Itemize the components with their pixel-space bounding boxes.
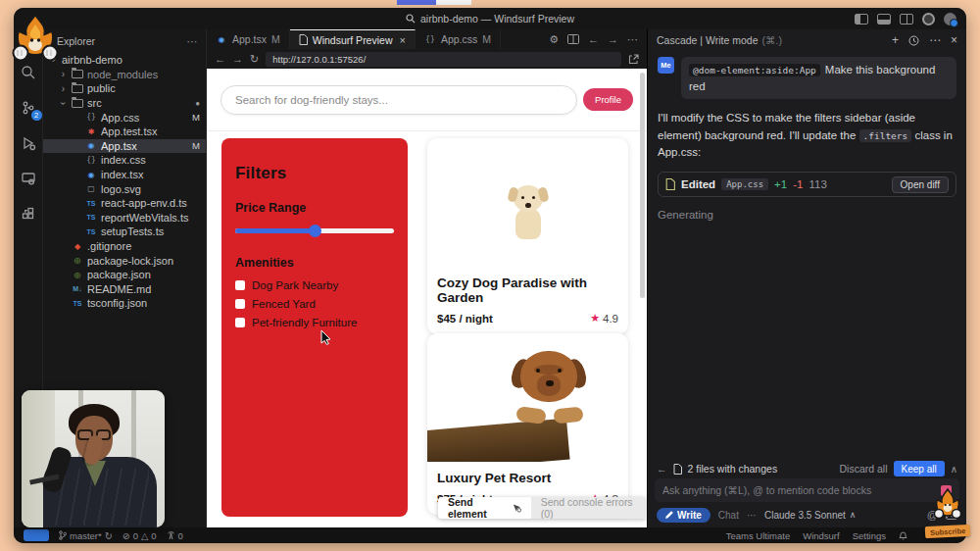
open-external-icon[interactable] xyxy=(628,54,639,65)
back-icon[interactable]: ← xyxy=(657,463,667,475)
tab-app-css[interactable]: {} App.css M xyxy=(416,29,501,49)
listing-photo-mastiff-puppy xyxy=(427,333,628,462)
windsurf-item[interactable]: Windsurf xyxy=(803,530,839,541)
amenity-option[interactable]: Dog Park Nearby xyxy=(235,279,394,291)
lines-removed: -1 xyxy=(793,178,803,190)
mode-more-icon[interactable]: ⋯ xyxy=(747,510,757,521)
tree-file-app-css[interactable]: {} App.css M xyxy=(43,110,206,125)
tree-file-react-app-env[interactable]: TS react-app-env.d.ts xyxy=(43,196,206,211)
clipped-top-overlay xyxy=(397,0,471,5)
preview-header: Profile xyxy=(207,69,647,131)
browser-forward-icon[interactable]: → xyxy=(232,53,243,65)
cascade-input[interactable] xyxy=(662,484,941,496)
listing-card[interactable]: Luxury Pet Resort $75 / night ★4.8 xyxy=(427,333,628,515)
search-pill[interactable] xyxy=(220,85,577,115)
tree-file-report-web-vitals[interactable]: TS reportWebVitals.ts xyxy=(43,211,206,225)
customize-layout-icon[interactable] xyxy=(922,13,935,25)
preview-send-toolbar: Send element Send console errors (0) xyxy=(438,497,647,519)
send-element-button[interactable]: Send element xyxy=(438,497,531,519)
listing-title: Cozy Dog Paradise with Garden xyxy=(437,276,618,305)
tree-file-gitignore[interactable]: ◆ .gitignore xyxy=(43,239,206,254)
tree-file-logo-svg[interactable]: ▢ logo.svg xyxy=(43,181,206,196)
bell-icon[interactable] xyxy=(899,530,907,540)
tree-file-index-css[interactable]: {} index.css xyxy=(43,153,206,168)
cascade-more-icon[interactable]: ⋯ xyxy=(929,33,941,47)
settings-item[interactable]: Settings xyxy=(853,530,886,541)
tree-file-package-json[interactable]: ◎ package.json xyxy=(43,268,206,282)
tab-app-tsx[interactable]: ◉ App.tsx M xyxy=(207,29,290,49)
cascade-shortcut-hint: (⌘.) xyxy=(762,34,782,46)
tree-file-app-test-tsx[interactable]: ✱ App.test.tsx xyxy=(43,125,206,139)
browser-toolbar: ← → ↻ http://127.0.0.1:57526/ xyxy=(207,49,647,69)
branch-icon xyxy=(59,530,67,540)
checkbox-icon[interactable] xyxy=(235,280,245,290)
checkbox-icon[interactable] xyxy=(235,318,245,327)
listing-card[interactable]: Cozy Dog Paradise with Garden $45 / nigh… xyxy=(427,138,628,334)
dom-element-mention[interactable]: @dom-element:aside:App xyxy=(689,64,820,76)
editor-group: ◉ App.tsx M Windsurf Preview × {} App.cs… xyxy=(207,29,648,527)
remote-indicator[interactable] xyxy=(24,529,49,541)
changes-bar: ← 2 files with changes Discard all Keep … xyxy=(648,459,966,478)
extensions-icon[interactable] xyxy=(19,204,38,224)
url-field[interactable]: http://127.0.0.1:57526/ xyxy=(266,52,621,67)
browser-back-icon[interactable]: ← xyxy=(215,53,225,65)
discard-all-button[interactable]: Discard all xyxy=(840,463,888,475)
close-panel-icon[interactable]: × xyxy=(951,33,957,47)
chevron-right-icon: › xyxy=(59,69,68,79)
git-branch-item[interactable]: master* ↻ xyxy=(59,530,113,541)
checkbox-icon[interactable] xyxy=(235,299,245,309)
css-file-icon: {} xyxy=(85,113,97,122)
teams-ultimate-item[interactable]: Teams Ultimate xyxy=(726,530,790,541)
nav-forward-icon[interactable]: → xyxy=(608,33,618,45)
slider-thumb[interactable] xyxy=(309,225,321,237)
collapse-icon[interactable]: ∧ xyxy=(951,464,957,475)
history-icon[interactable] xyxy=(908,35,919,46)
tree-file-tsconfig[interactable]: TS tsconfig.json xyxy=(43,296,206,311)
price-slider[interactable] xyxy=(235,225,394,236)
element-picker-icon xyxy=(513,503,521,513)
close-tab-icon[interactable]: × xyxy=(399,34,405,46)
open-diff-button[interactable]: Open diff xyxy=(892,176,949,193)
tree-file-package-lock[interactable]: ◎ package-lock.json xyxy=(43,253,206,268)
layout-icon[interactable] xyxy=(900,14,913,25)
svg-file-icon: ▢ xyxy=(85,184,97,193)
source-control-icon[interactable]: 2 xyxy=(19,98,38,118)
write-mode-toggle[interactable]: Write xyxy=(657,508,710,523)
chat-mode-toggle[interactable]: Chat xyxy=(718,510,739,521)
profile-button[interactable]: Profile xyxy=(583,88,633,111)
remote-explorer-icon[interactable] xyxy=(19,169,38,188)
toggle-panel-icon[interactable] xyxy=(877,14,891,25)
ts-file-icon: TS xyxy=(85,200,97,207)
run-debug-icon[interactable] xyxy=(19,133,38,153)
split-editor-icon[interactable] xyxy=(567,34,579,44)
account-avatar[interactable] xyxy=(944,13,956,25)
tree-file-app-tsx[interactable]: ◉ App.tsx M xyxy=(43,139,206,154)
new-conversation-icon[interactable]: + xyxy=(892,33,899,47)
tree-folder-public[interactable]: › public xyxy=(43,81,206,96)
editor-more-icon[interactable]: ⋯ xyxy=(627,33,638,46)
problems-item[interactable]: ⊘0 △0 xyxy=(122,530,157,541)
amenity-option[interactable]: Fenced Yard xyxy=(235,298,394,310)
preview-scrollbar[interactable] xyxy=(640,73,645,298)
explorer-more-icon[interactable]: ⋯ xyxy=(187,35,199,47)
tree-file-readme[interactable]: M↓ README.md xyxy=(43,282,206,297)
tree-file-index-tsx[interactable]: ◉ index.tsx xyxy=(43,168,206,182)
keep-all-button[interactable]: Keep all xyxy=(894,461,945,476)
model-selector[interactable]: Claude 3.5 Sonnet ∧ xyxy=(764,510,856,521)
preview-settings-icon[interactable]: ⚙ xyxy=(549,33,559,46)
tree-folder-node-modules[interactable]: › node_modules xyxy=(43,68,206,82)
tree-root-airbnb-demo[interactable]: › airbnb-demo xyxy=(43,53,206,68)
search-input[interactable] xyxy=(235,94,563,106)
toggle-sidebar-icon[interactable] xyxy=(855,14,868,25)
cascade-input-box[interactable] xyxy=(655,478,959,502)
tab-windsurf-preview[interactable]: Windsurf Preview × xyxy=(290,29,416,49)
send-console-errors-button[interactable]: Send console errors (0) xyxy=(531,497,647,519)
nav-back-icon[interactable]: ← xyxy=(588,33,599,45)
browser-reload-icon[interactable]: ↻ xyxy=(250,53,259,66)
amenity-option[interactable]: Pet-friendly Furniture xyxy=(235,317,394,328)
tree-file-setup-tests[interactable]: TS setupTests.ts xyxy=(43,225,206,239)
tree-folder-src[interactable]: › src ● xyxy=(43,96,206,111)
search-view-icon[interactable] xyxy=(19,63,38,82)
edited-file-card[interactable]: Edited App.css +1 -1 113 Open diff xyxy=(658,172,956,197)
ports-item[interactable]: 0 xyxy=(167,530,183,541)
